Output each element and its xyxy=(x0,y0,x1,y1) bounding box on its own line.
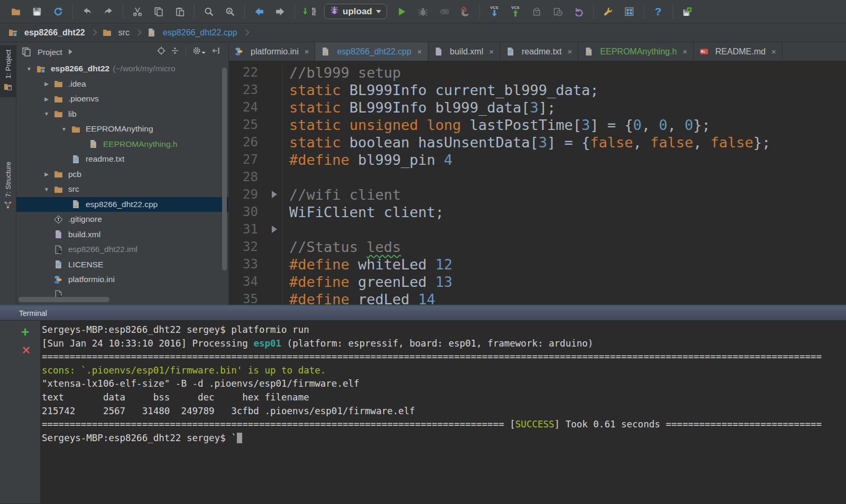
tool-window-project[interactable]: 1: Project xyxy=(0,45,16,97)
chevron-right-icon[interactable]: ▶ xyxy=(39,96,54,102)
tab-close-icon[interactable]: × xyxy=(417,47,422,56)
breadcrumb-item[interactable]: esp8266_dht22.cpp xyxy=(147,28,237,38)
tab-close-icon[interactable]: × xyxy=(305,47,309,56)
close-session-icon[interactable]: ✕ xyxy=(22,345,31,356)
chevron-down-icon[interactable]: ▼ xyxy=(57,126,71,132)
folder-icon xyxy=(54,95,66,104)
vcs-rollback-icon[interactable] xyxy=(568,3,590,21)
tree-item[interactable]: esp8266_dht22.cpp xyxy=(16,197,228,212)
tree-item[interactable]: ▼src xyxy=(16,182,228,197)
project-structure-icon[interactable] xyxy=(619,3,640,21)
tree-item-label: readme.txt xyxy=(86,154,124,164)
tab-close-icon[interactable]: × xyxy=(489,47,494,56)
terminal-header[interactable]: Terminal xyxy=(0,306,846,321)
tree-item[interactable]: esp8266_dht22.iml xyxy=(16,242,228,257)
vcs-update-icon[interactable]: VCS xyxy=(484,3,505,21)
collapse-all-icon[interactable] xyxy=(171,46,179,57)
run-icon[interactable] xyxy=(391,3,412,21)
file-ant-icon xyxy=(434,47,446,56)
tree-item[interactable]: EEPROMAnything.h xyxy=(16,137,228,152)
code-editor[interactable]: 2223242526272829303132333435 //bl999 set… xyxy=(229,61,846,305)
paste-icon[interactable] xyxy=(169,3,190,21)
tree-item[interactable]: ▼esp8266_dht22 (~/work/my/micro xyxy=(16,61,228,77)
settings-icon[interactable] xyxy=(597,3,619,21)
tree-item[interactable]: .gitignore xyxy=(16,212,228,227)
tree-item-label: esp8266_dht22 xyxy=(51,64,109,73)
save-all-icon[interactable] xyxy=(26,3,48,21)
terminal-console[interactable]: Sergeys-MBP:esp8266_dht22 sergey$ platfo… xyxy=(40,321,846,503)
tree-item[interactable]: build.xml xyxy=(16,227,228,242)
chevron-down-icon[interactable]: ▼ xyxy=(39,111,54,117)
upload-target-select[interactable]: upload xyxy=(324,4,387,19)
breadcrumb-item[interactable]: esp8266_dht22 xyxy=(8,28,85,38)
tab-readme.txt[interactable]: readme.txt× xyxy=(500,42,578,61)
vcs-commit-icon[interactable]: VCS xyxy=(505,3,526,21)
forward-icon[interactable] xyxy=(270,3,291,21)
folder-icon xyxy=(54,79,66,88)
file-ini-icon xyxy=(54,275,66,284)
gutter-line-number: 35 xyxy=(229,291,282,305)
tab-close-icon[interactable]: × xyxy=(771,47,776,56)
locate-icon[interactable] xyxy=(157,46,165,57)
chevron-down-icon xyxy=(376,10,381,13)
copy-icon[interactable] xyxy=(148,3,169,21)
tab-platformio.ini[interactable]: platformio.ini× xyxy=(229,42,315,61)
file-code-icon xyxy=(584,47,596,56)
save-chip-icon[interactable] xyxy=(677,3,698,21)
tree-item[interactable]: ▶.idea xyxy=(16,77,228,92)
hide-panel-icon[interactable] xyxy=(212,46,220,57)
new-session-icon[interactable]: + xyxy=(21,325,29,339)
tree-item[interactable]: ▶pcb xyxy=(16,167,228,182)
code-line: static unsigned long lastPostTime[3] = {… xyxy=(289,116,770,134)
cut-icon[interactable] xyxy=(127,3,148,21)
tab-EEPROMAnything.h[interactable]: EEPROMAnything.h× xyxy=(578,42,694,61)
tab-esp8266_dht22.cpp[interactable]: esp8266_dht22.cpp× xyxy=(315,42,428,61)
undo-icon[interactable] xyxy=(77,3,98,21)
open-folder-icon[interactable] xyxy=(5,3,26,21)
settings-gear-icon[interactable] xyxy=(192,46,206,57)
compare-numeric-icon[interactable]: 011001 xyxy=(299,3,320,21)
redo-icon[interactable] xyxy=(98,3,119,21)
tool-window-structure[interactable]: 7: Structure xyxy=(0,157,16,216)
tree-item[interactable]: readme.txt xyxy=(16,152,228,167)
breadcrumb-item[interactable]: src xyxy=(103,28,130,38)
tree-item[interactable]: ▼EEPROMAnything xyxy=(16,122,228,137)
tree-item-label: lib xyxy=(68,109,77,119)
chevron-down-icon[interactable]: ▼ xyxy=(22,66,36,72)
chevron-down-icon[interactable]: ▼ xyxy=(39,186,54,192)
breadcrumb-label: esp8266_dht22 xyxy=(24,28,85,38)
tab-close-icon[interactable]: × xyxy=(567,47,572,56)
tree-vertical-scrollbar[interactable] xyxy=(222,68,227,270)
breadcrumb-chevron-icon xyxy=(243,29,250,36)
help-icon[interactable]: ? xyxy=(648,3,669,21)
chevron-right-icon[interactable]: ▶ xyxy=(39,171,54,177)
coverage-icon[interactable] xyxy=(434,3,455,21)
code-line: #define redLed 14 xyxy=(289,291,770,305)
tab-close-icon[interactable]: × xyxy=(683,47,687,56)
debug-icon[interactable] xyxy=(412,3,434,21)
folder-icon xyxy=(103,28,114,37)
attach-to-process-icon[interactable] xyxy=(455,3,476,21)
tree-item[interactable]: platformio.ini xyxy=(16,272,228,287)
tree-horizontal-scrollbar[interactable] xyxy=(19,297,109,302)
tab-build.xml[interactable]: build.xml× xyxy=(428,42,500,61)
vcs-shelve-icon[interactable] xyxy=(526,3,547,21)
find-icon[interactable] xyxy=(198,3,219,21)
platformio-ant-icon xyxy=(330,6,339,17)
panel-expand-arrow-icon[interactable] xyxy=(69,49,72,54)
tree-item[interactable]: LICENSE xyxy=(16,257,228,273)
svg-text:A: A xyxy=(228,8,231,13)
fold-arrow-icon[interactable] xyxy=(272,226,277,233)
file-code-icon xyxy=(147,28,159,37)
tab-README.md[interactable]: M↓README.md× xyxy=(694,42,783,61)
tree-item[interactable]: ▼lib xyxy=(16,107,228,122)
tree-item[interactable]: ▶.pioenvs xyxy=(16,91,228,107)
replace-icon[interactable]: A xyxy=(219,3,241,21)
fold-arrow-icon[interactable] xyxy=(272,191,277,198)
editor-code[interactable]: //bl999 setupstatic BL999Info current_bl… xyxy=(283,64,770,305)
synchronize-icon[interactable] xyxy=(48,3,69,21)
back-icon[interactable] xyxy=(249,3,270,21)
chevron-right-icon[interactable]: ▶ xyxy=(39,81,54,87)
file-code-icon xyxy=(89,139,100,148)
vcs-history-icon[interactable] xyxy=(547,3,568,21)
